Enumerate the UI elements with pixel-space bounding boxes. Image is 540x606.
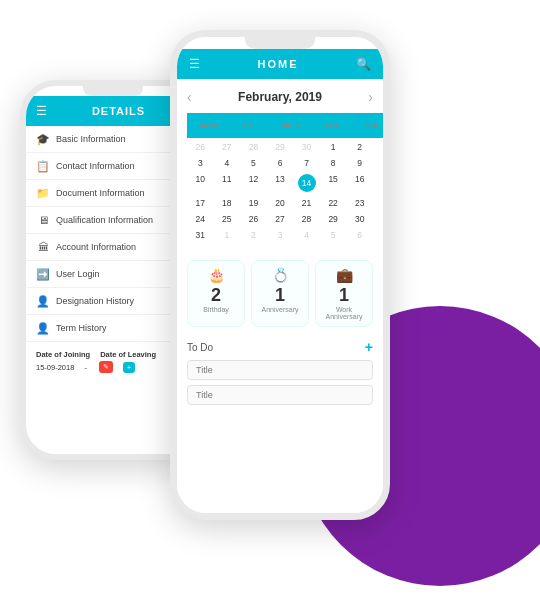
cal-day[interactable]: 18 [214, 196, 241, 210]
prev-month-button[interactable]: ‹ [187, 89, 192, 105]
col1-header: Date of Joining [36, 350, 90, 359]
cal-day[interactable]: 26 [187, 140, 214, 154]
designation-icon: 👤 [36, 294, 50, 308]
login-icon: ➡️ [36, 267, 50, 281]
right-hamburger-icon[interactable]: ☰ [189, 57, 200, 71]
cal-header-wed: WED [270, 113, 313, 138]
cal-day[interactable]: 6 [346, 228, 373, 242]
calendar-month-title: February, 2019 [238, 90, 322, 104]
cal-day[interactable]: 26 [240, 212, 267, 226]
cal-week-3: 10 11 12 13 14 15 16 [187, 172, 373, 194]
cal-week-4: 17 18 19 20 21 22 23 [187, 196, 373, 210]
next-month-button[interactable]: › [368, 89, 373, 105]
add-history-button[interactable]: + [123, 362, 135, 373]
cal-day[interactable]: 22 [320, 196, 347, 210]
stats-row: 🎂 2 Birthday 💍 1 Anniversary 💼 1 Work An… [177, 254, 383, 333]
cal-day[interactable]: 21 [293, 196, 320, 210]
cal-day[interactable]: 9 [346, 156, 373, 170]
bank-icon: 🏛 [36, 240, 50, 254]
todo-add-button[interactable]: + [365, 339, 373, 355]
cal-day[interactable]: 4 [214, 156, 241, 170]
left-header-title: DETAILS [47, 105, 190, 117]
work-anniversary-count: 1 [320, 285, 368, 306]
cal-day[interactable]: 31 [187, 228, 214, 242]
stat-work-anniversary[interactable]: 💼 1 Work Anniversary [315, 260, 373, 327]
menu-label-qualification: Qualification Information [56, 215, 153, 225]
mortarboard-icon: 🎓 [36, 132, 50, 146]
cal-day[interactable]: 16 [346, 172, 373, 194]
cal-header-tue: TUE [230, 113, 270, 138]
cal-day[interactable]: 28 [293, 212, 320, 226]
right-header: ☰ HOME 🔍 [177, 49, 383, 79]
cal-day[interactable]: 25 [214, 212, 241, 226]
cal-day-today[interactable]: 14 [293, 172, 320, 194]
cal-day[interactable]: 24 [187, 212, 214, 226]
notch-right [245, 37, 315, 49]
cal-day[interactable]: 23 [346, 196, 373, 210]
todo-section: To Do + [177, 333, 383, 415]
cal-week-1: 26 27 28 29 30 1 2 [187, 140, 373, 154]
history-row: 15-09-2018 - ✎ + [36, 361, 190, 373]
birthday-icon: 🎂 [192, 267, 240, 283]
screen-icon: 🖥 [36, 213, 50, 227]
cal-header-mon: MON [187, 113, 230, 138]
hamburger-icon[interactable]: ☰ [36, 104, 47, 118]
cal-day[interactable]: 8 [320, 156, 347, 170]
cal-day[interactable]: 1 [320, 140, 347, 154]
cal-day[interactable]: 12 [240, 172, 267, 194]
cal-day[interactable]: 20 [267, 196, 294, 210]
cal-day[interactable]: 10 [187, 172, 214, 194]
cal-day[interactable]: 11 [214, 172, 241, 194]
menu-label-contact: Contact Information [56, 161, 135, 171]
stat-birthday[interactable]: 🎂 2 Birthday [187, 260, 245, 327]
cal-day[interactable]: 13 [267, 172, 294, 194]
anniversary-count: 1 [256, 285, 304, 306]
cal-week-6: 31 1 2 3 4 5 6 [187, 228, 373, 242]
cal-day[interactable]: 2 [346, 140, 373, 154]
todo-title: To Do [187, 342, 213, 353]
cal-day[interactable]: 29 [267, 140, 294, 154]
cal-header-fri: FRI [353, 113, 383, 138]
cal-day[interactable]: 27 [267, 212, 294, 226]
calendar-nav: ‹ February, 2019 › [187, 89, 373, 105]
cal-day[interactable]: 6 [267, 156, 294, 170]
menu-label-login: User Login [56, 269, 100, 279]
menu-label-document: Document Information [56, 188, 145, 198]
phones-container: ☰ DETAILS 🎓 Basic Information 📋 Contact … [0, 0, 540, 606]
cal-day[interactable]: 3 [267, 228, 294, 242]
todo-header: To Do + [187, 339, 373, 355]
cal-day[interactable]: 3 [187, 156, 214, 170]
cal-day[interactable]: 15 [320, 172, 347, 194]
cal-day[interactable]: 27 [214, 140, 241, 154]
cal-day[interactable]: 17 [187, 196, 214, 210]
cal-week-5: 24 25 26 27 28 29 30 [187, 212, 373, 226]
screen-right: ☰ HOME 🔍 ‹ February, 2019 › MON TUE WED [177, 49, 383, 513]
cal-day[interactable]: 5 [320, 228, 347, 242]
cal-day[interactable]: 7 [293, 156, 320, 170]
right-header-title: HOME [200, 58, 356, 70]
notch-left [83, 86, 143, 96]
todo-input-1[interactable] [187, 360, 373, 380]
cal-day[interactable]: 5 [240, 156, 267, 170]
todo-input-2[interactable] [187, 385, 373, 405]
anniversary-icon: 💍 [256, 267, 304, 283]
menu-label-designation: Designation History [56, 296, 134, 306]
cal-day[interactable]: 19 [240, 196, 267, 210]
birthday-label: Birthday [192, 306, 240, 313]
search-icon[interactable]: 🔍 [356, 57, 371, 71]
cal-day[interactable]: 2 [240, 228, 267, 242]
contact-icon: 📋 [36, 159, 50, 173]
edit-button[interactable]: ✎ [99, 361, 113, 373]
phone-right: ☰ HOME 🔍 ‹ February, 2019 › MON TUE WED [170, 30, 390, 520]
cal-day[interactable]: 29 [320, 212, 347, 226]
col2-header: Date of Leaving [100, 350, 156, 359]
cal-header-thu: THU [312, 113, 352, 138]
cal-day[interactable]: 30 [293, 140, 320, 154]
cal-day[interactable]: 30 [346, 212, 373, 226]
cal-day[interactable]: 1 [214, 228, 241, 242]
joining-date: 15-09-2018 [36, 363, 74, 372]
cal-day[interactable]: 4 [293, 228, 320, 242]
cal-week-2: 3 4 5 6 7 8 9 [187, 156, 373, 170]
stat-anniversary[interactable]: 💍 1 Anniversary [251, 260, 309, 327]
cal-day[interactable]: 28 [240, 140, 267, 154]
